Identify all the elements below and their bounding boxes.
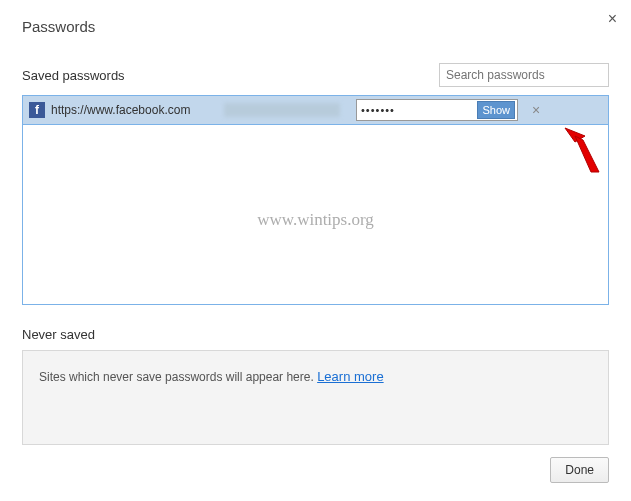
watermark-text: www.wintips.org (257, 210, 374, 230)
facebook-icon: f (29, 102, 45, 118)
footer-row: Done (22, 457, 609, 483)
close-icon[interactable]: × (608, 10, 617, 28)
saved-passwords-list: f https://www.facebook.com ••••••• Show … (22, 95, 609, 305)
remove-row-icon[interactable]: × (524, 102, 548, 118)
learn-more-link[interactable]: Learn more (317, 369, 383, 384)
passwords-dialog: Passwords Saved passwords f https://www.… (0, 0, 631, 501)
password-mask: ••••••• (361, 104, 477, 116)
never-saved-box: Sites which never save passwords will ap… (22, 350, 609, 445)
never-saved-label: Never saved (22, 327, 609, 342)
page-title: Passwords (22, 18, 609, 35)
username-obscured (225, 103, 340, 117)
search-input[interactable] (439, 63, 609, 87)
done-button[interactable]: Done (550, 457, 609, 483)
saved-passwords-label: Saved passwords (22, 68, 125, 83)
site-url: https://www.facebook.com (51, 103, 219, 117)
never-saved-text: Sites which never save passwords will ap… (39, 370, 317, 384)
saved-header-row: Saved passwords (22, 63, 609, 87)
password-row[interactable]: f https://www.facebook.com ••••••• Show … (23, 96, 608, 125)
show-button[interactable]: Show (477, 101, 515, 119)
password-field[interactable]: ••••••• Show (356, 99, 518, 121)
